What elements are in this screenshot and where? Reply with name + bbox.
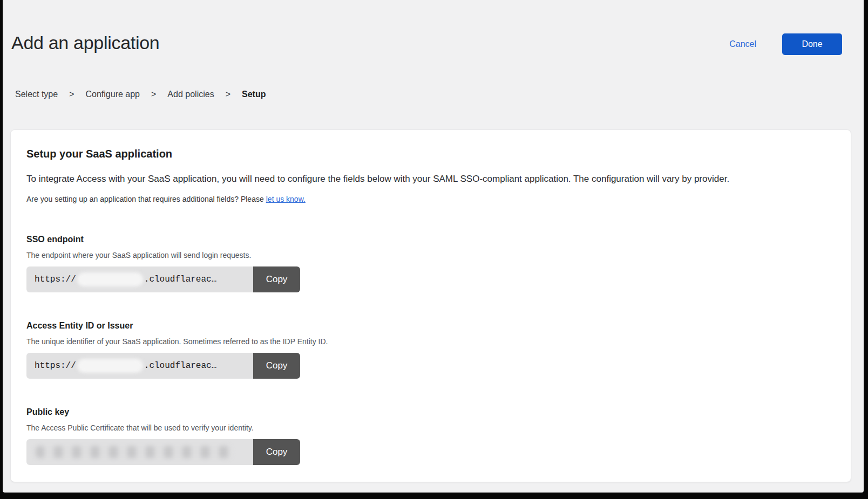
public-key-value-row: Copy — [26, 439, 300, 465]
value-suffix: .cloudflareac… — [144, 361, 216, 371]
breadcrumb: Select type > Configure app > Add polici… — [15, 90, 266, 99]
note-text: Are you setting up an application that r… — [26, 195, 264, 203]
redacted-value-blur — [77, 272, 143, 286]
breadcrumb-step-add-policies[interactable]: Add policies — [167, 90, 214, 99]
redacted-value-blur — [77, 359, 143, 373]
breadcrumb-step-select-type[interactable]: Select type — [15, 90, 58, 99]
copy-button-public-key[interactable]: Copy — [253, 439, 300, 465]
field-sso-endpoint: SSO endpoint The endpoint where your Saa… — [26, 234, 829, 292]
setup-intro: To integrate Access with your SaaS appli… — [26, 173, 829, 184]
page-background: Add an application Cancel Done Select ty… — [3, 0, 864, 493]
field-label: SSO endpoint — [26, 234, 829, 245]
breadcrumb-separator: > — [69, 90, 74, 99]
value-readout: https:// .cloudflareac… — [26, 353, 253, 379]
setup-card: Setup your SaaS application To integrate… — [10, 129, 851, 482]
redacted-value-blur — [36, 446, 231, 458]
setup-heading: Setup your SaaS application — [26, 147, 829, 160]
field-description: The Access Public Certificate that will … — [26, 423, 829, 433]
breadcrumb-step-configure-app[interactable]: Configure app — [86, 90, 140, 99]
breadcrumb-separator: > — [226, 90, 230, 99]
let-us-know-link[interactable]: let us know. — [266, 195, 306, 203]
field-public-key: Public key The Access Public Certificate… — [26, 407, 829, 465]
value-prefix: https:// — [35, 361, 76, 371]
field-description: The endpoint where your SaaS application… — [26, 251, 829, 260]
value-readout: https:// .cloudflareac… — [26, 266, 253, 292]
cancel-button[interactable]: Cancel — [729, 39, 756, 49]
copy-button-sso-endpoint[interactable]: Copy — [253, 266, 300, 292]
breadcrumb-separator: > — [151, 90, 156, 99]
sso-endpoint-value-row: https:// .cloudflareac… Copy — [26, 266, 300, 292]
header-actions: Cancel Done — [729, 33, 842, 55]
field-access-entity-id: Access Entity ID or Issuer The unique id… — [26, 320, 829, 379]
field-label: Public key — [26, 407, 829, 418]
done-button[interactable]: Done — [782, 33, 842, 55]
additional-fields-note: Are you setting up an application that r… — [26, 195, 829, 204]
field-label: Access Entity ID or Issuer — [26, 320, 829, 331]
value-prefix: https:// — [35, 275, 76, 284]
field-description: The unique identifier of your SaaS appli… — [26, 337, 829, 346]
value-suffix: .cloudflareac… — [144, 275, 216, 284]
window-frame: { "header": { "title": "Add an applicati… — [0, 0, 868, 499]
breadcrumb-step-setup: Setup — [242, 90, 266, 99]
access-entity-id-value-row: https:// .cloudflareac… Copy — [26, 353, 300, 379]
copy-button-access-entity-id[interactable]: Copy — [253, 353, 300, 379]
page-title: Add an application — [11, 32, 159, 53]
value-readout — [26, 439, 253, 465]
